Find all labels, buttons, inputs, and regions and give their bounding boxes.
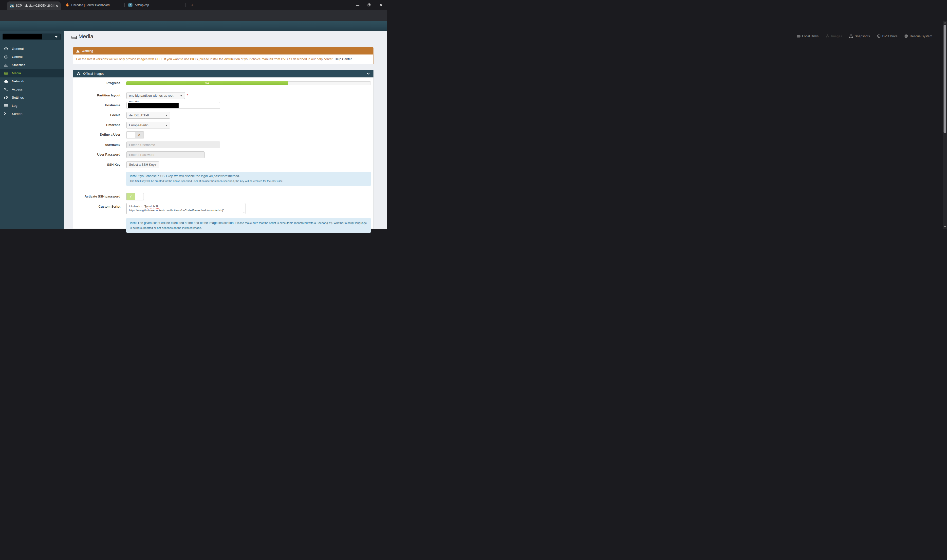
progress-bar: 3/4 [126,82,371,85]
svg-text:S: S [12,5,14,8]
bar-chart-icon [4,63,8,67]
tab-separator [124,3,125,7]
define-user-toggle[interactable]: × [126,131,144,138]
tab-scp-media[interactable]: S SCP - Media (v220250426089232 [7,2,61,10]
terminal-icon [4,112,8,115]
locale-select[interactable]: de_DE.UTF-8 [126,112,170,118]
tab-uncoded[interactable]: Uncoded | Server Dashboard [66,3,109,7]
media-hdd-icon [71,35,77,40]
user-password-input[interactable] [126,151,205,158]
warning-title: Warning [82,49,93,53]
cloud-icon [4,79,8,83]
label-user-password: User Password [73,152,120,156]
label-hostname: Hostname [73,103,120,107]
tab-title: netcup ccp [135,3,149,7]
caret-down-icon [154,165,156,166]
sidebar-item-general[interactable]: General [0,45,64,53]
hdd-icon [4,71,8,75]
official-images-header[interactable]: Official Images [73,70,373,77]
script-info-box: Info! The given script will be executed … [126,218,371,229]
username-input[interactable] [126,142,220,148]
tab-separator [185,3,186,7]
browser-tab-strip: S SCP - Media (v220250426089232 Uncoded … [0,0,387,10]
label-custom-script: Custom Script [73,205,120,208]
custom-script-textarea[interactable]: /bin/bash -c "$(curl -fsSL https://raw.g… [126,203,245,214]
sidebar-item-control[interactable]: Control [0,53,64,61]
tab-close-icon[interactable] [55,4,59,8]
new-tab-button[interactable]: + [189,2,196,8]
warning-icon [76,49,80,53]
progress-fill: 3/4 [126,82,288,85]
label-activate-ssh: Activate SSH password [73,195,120,198]
help-center-link[interactable]: Help Center [335,57,352,61]
scp-favicon: S [9,4,14,8]
cubes-icon [77,72,81,76]
ssh-key-info-box: Info! If you choose a SSH key, we will d… [126,172,371,186]
sidebar-item-media[interactable]: Media [0,69,64,77]
sidebar-item-settings[interactable]: Settings [0,94,64,102]
timezone-select[interactable]: Europe/Berlin [126,122,170,128]
activate-ssh-password-toggle[interactable]: ✓ [126,193,144,200]
warning-body: For the latest versions we will only pro… [73,54,373,65]
label-username: username [73,143,120,146]
window-close-button[interactable] [379,3,383,7]
caret-down-icon [166,125,168,126]
warning-header: Warning [73,47,373,54]
gears-icon [4,96,8,100]
app-header: Control Panel Server Home Options REST A… [0,21,387,31]
tab-title: Uncoded | Server Dashboard [71,3,109,7]
browser-toolbar: servercontrolpanel.de/SCP/Home?# 1 [0,10,387,21]
uncoded-favicon-flame-icon [66,3,69,7]
redacted-server-name [3,34,42,40]
netcup-favicon: n [128,3,132,7]
eye-icon [4,47,8,51]
caret-down-icon [180,95,182,97]
sidebar-item-network[interactable]: Network [0,77,64,86]
toggle-on-check-icon: ✓ [126,193,135,200]
panel-title: Official Images [83,72,366,75]
sidebar: General Control Statistics Media Network… [0,31,64,229]
chevron-down-icon[interactable] [366,72,370,75]
sidebar-item-statistics[interactable]: Statistics [0,61,64,69]
toggle-off-x-icon: × [135,132,143,138]
label-timezone: Timezone [73,123,120,127]
server-select-dropdown[interactable] [3,34,61,40]
key-icon [4,88,8,91]
page-title: Media [79,33,93,40]
resize-handle-icon[interactable] [243,212,245,214]
list-icon [4,104,8,107]
tab-title: SCP - Media (v220250426089232 [16,4,55,8]
gear-icon [4,55,8,59]
window-restore-button[interactable] [367,3,371,7]
tab-netcup[interactable]: n netcup ccp [128,3,149,7]
sidebar-item-screen[interactable]: Screen [0,110,64,118]
caret-down-icon [166,115,168,116]
redacted-hostname [128,103,179,108]
sidebar-item-log[interactable]: Log [0,102,64,110]
caret-down-icon [55,36,57,38]
label-ssh-key: SSH Key [73,163,120,166]
sidebar-item-access[interactable]: Access [0,86,64,94]
label-progress: Progress [73,81,120,85]
partition-layout-select[interactable]: one big partition with os as root partit… [126,92,185,99]
required-asterisk: * [187,94,188,97]
label-define-user: Define a User [73,133,120,136]
label-partition-layout: Partition layout [73,94,120,97]
label-locale: Locale [73,113,120,117]
ssh-key-select[interactable]: Select a SSH Key [126,161,159,168]
window-minimize-button[interactable] [356,3,360,7]
